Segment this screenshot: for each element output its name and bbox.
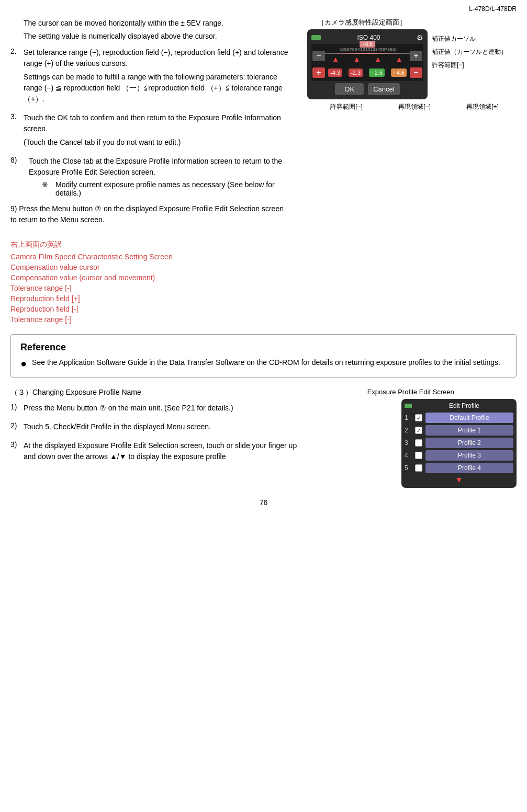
val-2: -2.3 (349, 68, 363, 77)
profile-2-btn[interactable]: Profile 2 (425, 438, 513, 448)
translation-item-5: Reproduction field [-] (10, 305, 517, 313)
section-header: （３）Changing Exposure Profile Name (10, 388, 300, 397)
note-sym: ※ (42, 180, 52, 197)
label-right-2: 補正値（カーソルと連動） (432, 48, 507, 56)
bottom-step-1: 1) Press the Menu button ⑦ on the main u… (10, 403, 300, 416)
profile-screen-title: Edit Profile (415, 402, 513, 409)
scale-area: − +0.5 -10-9-8-7-6-5-4-3-2-1 0 1 2 3 4 5… (311, 44, 423, 81)
step-2: 2. Set tolerance range (−), reproduction… (10, 47, 289, 107)
battery-icon (311, 35, 321, 40)
page-model: L-478D/L-478DR (0, 5, 527, 13)
checkbox-2[interactable] (415, 439, 422, 447)
reference-title: Reference (20, 342, 507, 353)
bottom-section: （３）Changing Exposure Profile Name 1) Pre… (0, 388, 527, 488)
reference-box: Reference ● See the Application Software… (10, 334, 517, 378)
bottom-step-2-text: Touch 5. Check/Edit Profile in the displ… (24, 421, 300, 432)
translation-section: 右上画面の英訳 Camera Film Speed Characteristic… (0, 240, 527, 324)
para-1: The cursor can be moved horizontally wit… (24, 18, 289, 29)
profile-num-2: 3 (405, 439, 412, 447)
checkbox-3[interactable] (415, 452, 422, 459)
reference-text: See the Application Software Guide in th… (32, 357, 500, 368)
profile-3-btn[interactable]: Profile 3 (425, 450, 513, 461)
plus-button[interactable]: + (410, 51, 422, 61)
red-arrow-3: ▲ (374, 55, 382, 63)
bottom-step-3: 3) At the displayed Exposure Profile Edi… (10, 440, 300, 465)
bottom-labels: 許容範囲[−] 再現領域[−] 再現領域[+] (307, 102, 517, 111)
bottom-label-3: 再現領域[+] (466, 102, 499, 111)
checkbox-1[interactable] (415, 427, 422, 434)
translation-item-2: Compensation value (cursor and movement) (10, 273, 517, 282)
checkbox-0[interactable] (415, 414, 422, 421)
red-arrow-4: ▲ (396, 55, 403, 63)
bottom-step-1-num: 1) (10, 403, 24, 416)
profile-4-btn[interactable]: Profile 4 (425, 463, 513, 473)
profile-screen: Edit Profile 1 Default Profile 2 Profile… (401, 399, 517, 488)
diagram-wrapper: ISO 400 ⚙ − +0.5 -10-9-8-7-6-5-4-3-2-1 0… (307, 29, 517, 99)
bottom-left: （３）Changing Exposure Profile Name 1) Pre… (10, 388, 300, 488)
iso-label: ISO 400 (357, 34, 380, 41)
gear-icon: ⚙ (417, 33, 423, 42)
translation-item-6: Tolerance range [-] (10, 315, 517, 324)
step-8-number: 8) (10, 156, 29, 199)
profile-row-4: 5 Profile 4 (405, 463, 513, 473)
bullet-icon: ● (20, 357, 27, 370)
label-right-1: 補正値カーソル (432, 35, 507, 43)
reference-bullet: ● See the Application Software Guide in … (20, 357, 507, 370)
diagram-top-label: ［カメラ感度特性設定画面］ (318, 18, 517, 27)
profile-1-btn[interactable]: Profile 1 (425, 425, 513, 436)
translation-item-4: Reproduction field [+] (10, 294, 517, 303)
translation-item-0: Camera Film Speed Characteristic Setting… (10, 253, 517, 261)
red-arrow-2: ▲ (353, 55, 361, 63)
second-controls-row: + -4.3 -2.3 +2.6 +4.6 − (312, 65, 422, 79)
profile-default-btn[interactable]: Default Profile (425, 413, 513, 423)
values-row: -4.3 -2.3 +2.6 +4.6 (325, 68, 410, 77)
step-2-text: Set tolerance range (−), reproduction fi… (24, 47, 289, 69)
translation-item-3: Tolerance range [-] (10, 284, 517, 292)
intro-paragraphs: The cursor can be moved horizontally wit… (24, 18, 289, 42)
cancel-button[interactable]: Cancel (368, 83, 399, 95)
checkbox-4[interactable] (415, 464, 422, 472)
bottom-right: Exposure Profile Edit Screen Edit Profil… (300, 388, 517, 488)
step-8-note: ※ Modify current exposure profile names … (42, 180, 289, 197)
step-3-number: 3. (10, 112, 24, 151)
bottom-step-3-text: At the displayed Exposure Profile Edit S… (24, 440, 300, 462)
page-footer: 76 (0, 498, 527, 512)
step-2-sub: Settings can be made to fulfill a range … (24, 72, 289, 105)
scroll-down-arrow[interactable]: ▼ (405, 475, 513, 485)
val-4: +4.6 (391, 68, 407, 77)
ok-button[interactable]: OK (335, 83, 364, 95)
scale-numbers: -10-9-8-7-6-5-4-3-2-1 0 1 2 3 4 5 6 7 8 … (325, 47, 410, 52)
step-3: 3. Touch the OK tab to confirm and then … (10, 112, 289, 151)
bottom-step-3-num: 3) (10, 440, 24, 465)
minus-button-2[interactable]: + (312, 67, 325, 78)
profile-battery-icon (405, 404, 412, 408)
bottom-step-2-num: 2) (10, 421, 24, 435)
bottom-step-2: 2) Touch 5. Check/Edit Profile in the di… (10, 421, 300, 435)
profile-row-2: 3 Profile 2 (405, 438, 513, 448)
translation-title: 右上画面の英訳 (10, 240, 517, 249)
page-number: 76 (260, 498, 268, 507)
minus-button[interactable]: − (312, 51, 325, 61)
right-column: ［カメラ感度特性設定画面］ ISO 400 ⚙ − +0.5 (300, 18, 517, 230)
bottom-step-1-text: Press the Menu button ⑦ on the main unit… (24, 403, 300, 414)
bottom-label-2: 再現領域[−] (398, 102, 431, 111)
profile-num-1: 2 (405, 427, 412, 434)
camera-screen: ISO 400 ⚙ − +0.5 -10-9-8-7-6-5-4-3-2-1 0… (307, 29, 428, 99)
step-2-number: 2. (10, 47, 24, 107)
profile-num-4: 5 (405, 464, 412, 472)
camera-diagram: ［カメラ感度特性設定画面］ ISO 400 ⚙ − +0.5 (307, 18, 517, 111)
ok-cancel-row: OK Cancel (311, 83, 423, 95)
bottom-label-1: 許容範囲[−] (330, 102, 363, 111)
translation-item-1: Compensation value cursor (10, 263, 517, 271)
step-3-sub: (Touch the Cancel tab if you do not want… (24, 137, 289, 148)
note-text: Modify current exposure profile names as… (55, 180, 289, 197)
val-1: -4.3 (328, 68, 342, 77)
label-right-3: 許容範囲[−] (432, 61, 507, 70)
step-8: 8) Touch the Close tab at the Exposure P… (10, 156, 289, 199)
profile-screen-label: Exposure Profile Edit Screen (305, 388, 517, 396)
profile-row-3: 4 Profile 3 (405, 450, 513, 461)
cursor-value: +0.5 (360, 41, 375, 48)
step-9: 9) Press the Menu button ⑦ on the displa… (10, 203, 289, 225)
minus-button-3[interactable]: − (410, 67, 422, 78)
profile-row-0: 1 Default Profile (405, 413, 513, 423)
